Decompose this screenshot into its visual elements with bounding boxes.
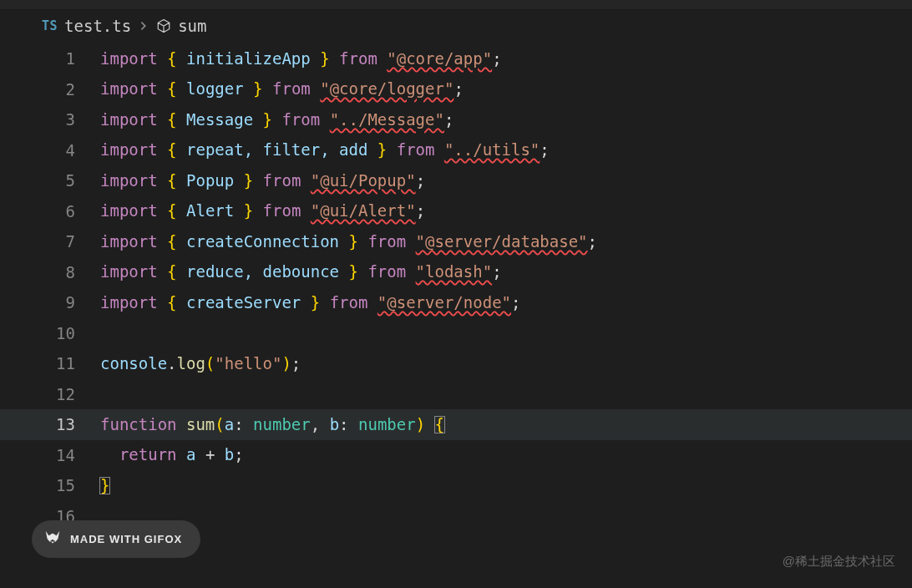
code-line[interactable]: 3 import { Message } from "../Message"; xyxy=(0,104,912,135)
title-bar xyxy=(0,0,912,10)
code-content[interactable]: return a + b; xyxy=(100,447,244,463)
code-content[interactable]: import { reduce, debounce } from "lodash… xyxy=(100,264,502,280)
line-number: 15 xyxy=(0,476,100,494)
code-content[interactable]: import { Message } from "../Message"; xyxy=(100,112,453,128)
code-line[interactable]: 14 return a + b; xyxy=(0,440,912,471)
line-number: 4 xyxy=(0,141,100,160)
code-content[interactable]: import { repeat, filter, add } from "../… xyxy=(100,142,550,158)
line-number: 7 xyxy=(0,232,100,251)
code-content[interactable]: import { createConnection } from "@serve… xyxy=(100,234,597,250)
code-line[interactable]: 6 import { Alert } from "@ui/Alert"; xyxy=(0,196,912,227)
line-number: 11 xyxy=(0,354,100,373)
code-line-current[interactable]: 13 function sum(a: number, b: number) { xyxy=(0,409,912,440)
breadcrumb-file[interactable]: test.ts xyxy=(64,17,131,35)
code-line[interactable]: 5 import { Popup } from "@ui/Popup"; xyxy=(0,165,912,196)
juejin-watermark: @稀土掘金技术社区 xyxy=(783,554,895,570)
code-content[interactable]: import { createServer } from "@server/no… xyxy=(100,295,520,311)
line-number: 13 xyxy=(0,415,100,433)
code-line[interactable]: 12 xyxy=(0,379,912,410)
line-number: 8 xyxy=(0,263,100,281)
code-line[interactable]: 8 import { reduce, debounce } from "loda… xyxy=(0,257,912,288)
line-number: 6 xyxy=(0,202,100,220)
code-content[interactable]: import { initializeApp } from "@core/app… xyxy=(100,51,502,67)
code-content[interactable]: import { Alert } from "@ui/Alert"; xyxy=(100,203,425,219)
code-content[interactable]: function sum(a: number, b: number) { xyxy=(100,417,444,433)
breadcrumb[interactable]: TS test.ts sum xyxy=(0,10,912,40)
code-line[interactable]: 7 import { createConnection } from "@ser… xyxy=(0,226,912,257)
line-number: 10 xyxy=(0,324,100,342)
code-line[interactable]: 10 xyxy=(0,318,912,349)
line-number: 2 xyxy=(0,80,100,99)
chevron-right-icon xyxy=(138,17,149,35)
line-number: 14 xyxy=(0,446,100,464)
line-number: 12 xyxy=(0,385,100,403)
line-number: 3 xyxy=(0,110,100,129)
code-content[interactable]: } xyxy=(100,478,109,494)
fox-icon xyxy=(43,529,62,550)
typescript-badge: TS xyxy=(42,18,58,33)
code-content[interactable]: import { logger } from "@core/logger"; xyxy=(100,81,464,97)
gifox-watermark-badge: MADE WITH GIFOX xyxy=(32,520,200,558)
code-editor[interactable]: 1 import { initializeApp } from "@core/a… xyxy=(0,40,912,531)
code-line[interactable]: 11 console.log("hello"); xyxy=(0,348,912,379)
code-content[interactable]: console.log("hello"); xyxy=(100,356,301,372)
breadcrumb-symbol[interactable]: sum xyxy=(178,17,206,35)
symbol-function-icon xyxy=(156,18,171,33)
code-line[interactable]: 4 import { repeat, filter, add } from ".… xyxy=(0,135,912,166)
code-content[interactable]: import { Popup } from "@ui/Popup"; xyxy=(100,173,425,189)
code-line[interactable]: 2 import { logger } from "@core/logger"; xyxy=(0,74,912,105)
code-line[interactable]: 1 import { initializeApp } from "@core/a… xyxy=(0,43,912,74)
gifox-watermark-text: MADE WITH GIFOX xyxy=(70,533,182,545)
code-line[interactable]: 9 import { createServer } from "@server/… xyxy=(0,287,912,318)
line-number: 5 xyxy=(0,171,100,190)
line-number: 1 xyxy=(0,49,100,68)
code-line[interactable]: 15 } xyxy=(0,470,912,501)
line-number: 9 xyxy=(0,293,100,312)
